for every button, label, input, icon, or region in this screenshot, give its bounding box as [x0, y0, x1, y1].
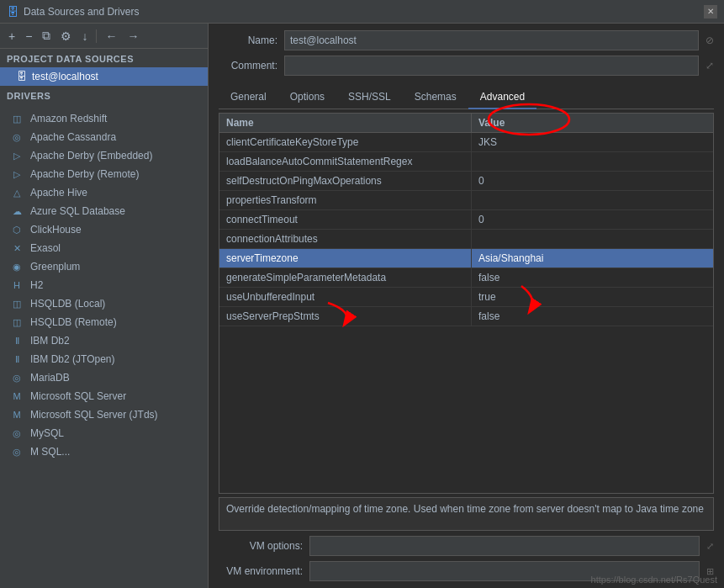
driver-item-9[interactable]: HH2 [0, 276, 208, 294]
driver-name-6: ClickHouse [30, 224, 82, 236]
comment-input[interactable] [284, 56, 699, 76]
driver-name-15: Microsoft SQL Server [30, 390, 126, 402]
forward-button[interactable]: → [124, 28, 142, 45]
remove-button[interactable]: − [22, 28, 35, 45]
cell-value-0: JKS [472, 133, 713, 151]
copy-button[interactable]: ⧉ [39, 27, 54, 45]
driver-item-18[interactable]: ◎M SQL... [0, 442, 208, 461]
driver-icon-12: Ⅱ [10, 334, 24, 347]
table-row[interactable]: useUnbufferedInputtrue [219, 288, 713, 307]
driver-item-3[interactable]: ▷Apache Derby (Remote) [0, 165, 208, 183]
driver-icon-8: ◉ [10, 260, 24, 273]
driver-name-5: Azure SQL Database [30, 205, 125, 217]
driver-icon-7: ✕ [10, 241, 24, 255]
driver-item-14[interactable]: ◎MariaDB [0, 368, 208, 387]
driver-icon-13: Ⅱ [10, 352, 24, 366]
driver-icon-17: ◎ [10, 426, 24, 440]
comment-expand-icon[interactable]: ⤢ [706, 60, 714, 72]
driver-item-16[interactable]: MMicrosoft SQL Server (JTds) [0, 405, 208, 424]
driver-item-15[interactable]: MMicrosoft SQL Server [0, 387, 208, 405]
driver-name-7: Exasol [30, 242, 61, 254]
add-button[interactable]: + [5, 28, 18, 45]
project-item-localhost[interactable]: 🗄 test@localhost [0, 67, 208, 86]
driver-icon-6: ⬡ [10, 223, 24, 236]
driver-item-13[interactable]: ⅡIBM Db2 (JTOpen) [0, 350, 208, 368]
watermark: https://blog.csdn.net/Rs7Quest [591, 575, 717, 585]
project-item-icon: 🗄 [17, 71, 27, 82]
driver-icon-14: ◎ [10, 371, 24, 384]
cell-value-3 [472, 191, 713, 209]
vm-environment-label: VM environment: [219, 565, 303, 577]
title-bar: 🗄 Data Sources and Drivers ✕ [0, 0, 724, 24]
driver-icon-2: ▷ [10, 149, 24, 162]
settings-button[interactable]: ⚙ [57, 28, 75, 45]
table-row[interactable]: generateSimpleParameterMetadatafalse [219, 268, 713, 288]
table-row[interactable]: loadBalanceAutoCommitStatementRegex [219, 152, 713, 172]
name-input[interactable] [284, 30, 699, 50]
driver-name-9: H2 [30, 279, 43, 291]
cell-value-9: false [472, 307, 713, 326]
name-label: Name: [219, 34, 277, 46]
table-row[interactable]: connectTimeout0 [219, 210, 713, 230]
cell-name-7: generateSimpleParameterMetadata [219, 268, 472, 287]
driver-item-7[interactable]: ✕Exasol [0, 239, 208, 257]
name-reset-icon[interactable]: ⊘ [706, 34, 714, 46]
table-row[interactable]: serverTimezoneAsia/Shanghai [219, 249, 713, 268]
driver-item-12[interactable]: ⅡIBM Db2 [0, 331, 208, 350]
driver-item-8[interactable]: ◉Greenplum [0, 257, 208, 276]
cell-name-6: serverTimezone [219, 249, 472, 268]
left-panel: + − ⧉ ⚙ ↓ ← → Project Data Sources 🗄 tes… [0, 24, 209, 588]
driver-item-1[interactable]: ◎Apache Cassandra [0, 128, 208, 146]
driver-icon-5: ☁ [10, 204, 24, 218]
back-button[interactable]: ← [102, 28, 120, 45]
driver-name-13: IBM Db2 (JTOpen) [30, 353, 114, 365]
table-row[interactable]: connectionAttributes [219, 230, 713, 249]
vm-options-expand-icon[interactable]: ⤢ [706, 541, 714, 552]
driver-name-8: Greenplum [30, 261, 80, 273]
tab-ssh-ssl[interactable]: SSH/SSL [336, 86, 403, 109]
driver-name-4: Apache Hive [30, 187, 87, 199]
cell-name-4: connectTimeout [219, 210, 472, 229]
drivers-list: ◫Amazon Redshift◎Apache Cassandra▷Apache… [0, 109, 208, 588]
cell-value-5 [472, 230, 713, 248]
table-row[interactable]: propertiesTransform [219, 191, 713, 210]
tab-schemas[interactable]: Schemas [403, 86, 468, 109]
cell-name-9: useServerPrepStmts [219, 307, 472, 326]
driver-name-18: M SQL... [30, 446, 70, 458]
close-button[interactable]: ✕ [704, 5, 717, 19]
description-box: Override detection/mapping of time zone.… [219, 497, 714, 531]
cell-value-2: 0 [472, 172, 713, 190]
table-row[interactable]: clientCertificateKeyStoreTypeJKS [219, 133, 713, 152]
driver-name-14: MariaDB [30, 372, 70, 384]
tab-general[interactable]: General [219, 86, 278, 109]
driver-item-6[interactable]: ⬡ClickHouse [0, 220, 208, 239]
properties-table: Name Value clientCertificateKeyStoreType… [219, 113, 714, 494]
table-row[interactable]: useServerPrepStmtsfalse [219, 307, 713, 326]
cell-name-5: connectionAttributes [219, 230, 472, 248]
tab-options[interactable]: Options [278, 86, 336, 109]
driver-item-0[interactable]: ◫Amazon Redshift [0, 109, 208, 128]
cell-name-3: propertiesTransform [219, 191, 472, 209]
tabs-bar: GeneralOptionsSSH/SSLSchemasAdvanced [219, 86, 714, 109]
driver-item-10[interactable]: ◫HSQLDB (Local) [0, 294, 208, 313]
driver-item-5[interactable]: ☁Azure SQL Database [0, 202, 208, 220]
import-button[interactable]: ↓ [78, 28, 91, 45]
driver-item-2[interactable]: ▷Apache Derby (Embedded) [0, 146, 208, 165]
driver-icon-3: ▷ [10, 167, 24, 181]
toolbar-separator [96, 29, 97, 43]
tab-advanced[interactable]: Advanced [468, 86, 536, 109]
vm-options-row: VM options: ⤢ [219, 536, 714, 556]
driver-icon-18: ◎ [10, 445, 24, 458]
driver-icon-0: ◫ [10, 112, 24, 125]
driver-icon-11: ◫ [10, 315, 24, 329]
driver-item-17[interactable]: ◎MySQL [0, 424, 208, 442]
title-bar-title: Data Sources and Drivers [24, 6, 139, 18]
cell-value-4: 0 [472, 210, 713, 229]
driver-name-17: MySQL [30, 427, 64, 439]
driver-icon-10: ◫ [10, 297, 24, 310]
right-panel: Name: ⊘ Comment: ⤢ GeneralOptionsSSH/SSL… [209, 24, 724, 588]
driver-item-11[interactable]: ◫HSQLDB (Remote) [0, 313, 208, 331]
table-row[interactable]: selfDestructOnPingMaxOperations0 [219, 172, 713, 191]
driver-item-4[interactable]: △Apache Hive [0, 183, 208, 202]
vm-options-input[interactable] [309, 536, 700, 556]
